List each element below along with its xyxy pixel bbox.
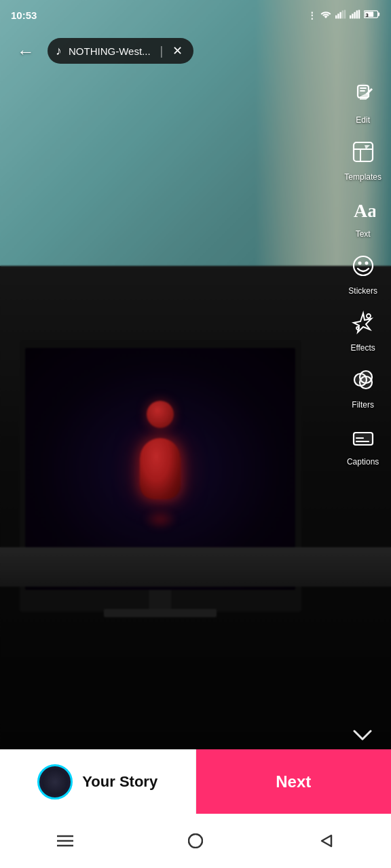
stickers-label: Stickers bbox=[348, 286, 377, 296]
music-divider: | bbox=[160, 44, 164, 58]
svg-rect-9 bbox=[358, 9, 360, 18]
svg-rect-0 bbox=[335, 15, 337, 18]
svg-point-22 bbox=[367, 314, 371, 318]
filters-icon bbox=[346, 362, 381, 397]
story-avatar-inner bbox=[42, 769, 68, 795]
chevron-down-icon[interactable] bbox=[353, 727, 372, 746]
svg-rect-4 bbox=[344, 9, 346, 18]
back-nav-icon[interactable] bbox=[311, 826, 341, 856]
battery-icon: 3 bbox=[364, 9, 380, 21]
captions-icon bbox=[346, 419, 381, 454]
templates-label: Templates bbox=[344, 172, 381, 182]
home-icon[interactable] bbox=[181, 826, 210, 856]
svg-rect-3 bbox=[342, 10, 343, 18]
signal2-icon bbox=[350, 9, 360, 21]
right-toolbar: Edit Templates Aa Text bbox=[341, 75, 384, 469]
captions-label: Captions bbox=[347, 457, 379, 467]
text-icon: Aa bbox=[346, 191, 381, 226]
effects-label: Effects bbox=[350, 343, 375, 353]
stickers-icon bbox=[346, 248, 381, 283]
svg-text:Aa: Aa bbox=[354, 200, 375, 221]
bottom-action-bar: Your Story Next bbox=[0, 749, 391, 814]
edit-icon bbox=[346, 77, 381, 113]
blur-overlay bbox=[0, 0, 391, 760]
captions-tool[interactable]: Captions bbox=[343, 416, 384, 469]
effects-tool[interactable]: Effects bbox=[343, 302, 384, 355]
svg-rect-11 bbox=[378, 12, 380, 16]
signal1-icon bbox=[335, 9, 346, 21]
templates-icon bbox=[346, 134, 381, 170]
svg-point-23 bbox=[356, 327, 359, 330]
back-button[interactable]: ← bbox=[11, 37, 41, 66]
music-close-button[interactable]: ✕ bbox=[172, 43, 183, 58]
svg-rect-7 bbox=[354, 12, 355, 18]
svg-rect-1 bbox=[337, 14, 339, 18]
svg-rect-5 bbox=[350, 15, 351, 18]
back-arrow-icon: ← bbox=[17, 41, 35, 62]
status-bar: 10:53 ⋮ bbox=[0, 0, 391, 30]
android-nav-bar bbox=[0, 814, 391, 868]
svg-rect-8 bbox=[356, 10, 358, 18]
svg-rect-6 bbox=[352, 14, 353, 18]
svg-point-20 bbox=[358, 262, 361, 265]
story-avatar bbox=[37, 764, 73, 800]
filters-label: Filters bbox=[352, 400, 374, 410]
svg-rect-33 bbox=[189, 834, 202, 848]
svg-point-21 bbox=[365, 262, 368, 265]
wifi-icon bbox=[320, 9, 332, 21]
text-tool[interactable]: Aa Text bbox=[343, 189, 384, 241]
next-button[interactable]: Next bbox=[196, 749, 392, 814]
effects-icon bbox=[346, 305, 381, 340]
music-note-icon: ♪ bbox=[56, 44, 62, 58]
vibrate-icon: ⋮ bbox=[308, 10, 316, 20]
music-track-title: NOTHING-West... bbox=[69, 45, 151, 57]
next-label: Next bbox=[276, 772, 311, 791]
stickers-tool[interactable]: Stickers bbox=[343, 245, 384, 298]
svg-marker-34 bbox=[322, 835, 331, 846]
svg-rect-2 bbox=[339, 12, 341, 18]
templates-tool[interactable]: Templates bbox=[341, 132, 384, 184]
music-pill[interactable]: ♪ NOTHING-West... | ✕ bbox=[48, 38, 193, 64]
edit-tool[interactable]: Edit bbox=[343, 75, 384, 127]
status-time: 10:53 bbox=[11, 9, 37, 21]
status-icons: ⋮ bbox=[308, 9, 380, 21]
svg-point-19 bbox=[354, 256, 373, 275]
svg-point-26 bbox=[360, 376, 372, 389]
filters-tool[interactable]: Filters bbox=[343, 359, 384, 412]
menu-icon[interactable] bbox=[50, 826, 80, 856]
photo-background bbox=[0, 0, 391, 760]
text-label: Text bbox=[356, 229, 371, 239]
your-story-label: Your Story bbox=[82, 773, 157, 791]
your-story-button[interactable]: Your Story bbox=[0, 749, 196, 814]
svg-text:3: 3 bbox=[366, 12, 369, 18]
edit-label: Edit bbox=[356, 115, 370, 125]
